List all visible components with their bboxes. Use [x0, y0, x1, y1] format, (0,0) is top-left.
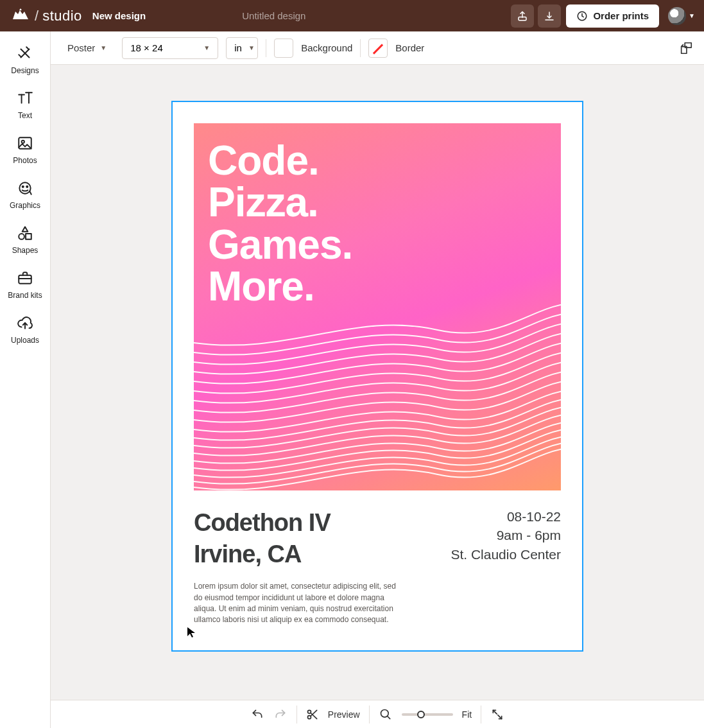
rotate-button[interactable] [677, 39, 695, 57]
rotate-icon [679, 41, 693, 55]
svg-rect-8 [26, 234, 31, 239]
cursor-icon [187, 627, 196, 638]
svg-point-3 [22, 141, 24, 143]
canvas-options-bar: Poster ▼ 18 × 24 ▼ in ▼ Background Borde… [51, 31, 704, 65]
svg-point-7 [19, 234, 24, 239]
briefcase-icon [16, 269, 34, 287]
border-label: Border [395, 42, 424, 53]
event-details[interactable]: 08-10-22 9am - 6pm St. Claudio Center [451, 507, 561, 564]
app-header: / studio New design Untitled design Orde… [0, 0, 704, 31]
graphics-icon [16, 179, 34, 197]
sidebar-item-text[interactable]: Text [0, 83, 50, 128]
wave-graphic [194, 304, 561, 490]
bottom-toolbar: Preview Fit [51, 700, 704, 728]
sidebar-item-uploads[interactable]: Uploads [0, 308, 50, 352]
download-button[interactable] [538, 4, 561, 28]
redo-button[interactable] [273, 707, 288, 722]
undo-icon [251, 708, 264, 721]
chevron-down-icon: ▼ [100, 44, 107, 51]
headline-line: Pizza. [208, 182, 352, 223]
chevron-down-icon: ▼ [248, 44, 255, 51]
account-caret-icon[interactable]: ▼ [689, 12, 695, 19]
share-button[interactable] [511, 4, 534, 28]
scissors-icon [306, 708, 319, 721]
sidebar-item-label: Shapes [12, 246, 39, 255]
share-icon [517, 10, 528, 22]
background-swatch[interactable] [274, 39, 293, 58]
headline-line: Code. [208, 140, 352, 182]
sidebar-item-designs[interactable]: Designs [0, 38, 50, 83]
download-icon [544, 10, 555, 22]
poster-info-row[interactable]: Codethon IV Irvine, CA 08-10-22 9am - 6p… [194, 490, 561, 576]
photos-icon [16, 134, 34, 152]
divider [369, 706, 370, 724]
shapes-icon [16, 224, 34, 242]
order-prints-label: Order prints [593, 10, 649, 21]
preview-group[interactable]: Preview [306, 708, 360, 721]
redo-icon [274, 708, 287, 721]
svg-point-4 [19, 182, 30, 193]
divider [266, 39, 266, 57]
cloud-upload-icon [16, 314, 34, 332]
sidebar-item-brandkits[interactable]: Brand kits [0, 263, 50, 308]
sidebar-item-graphics[interactable]: Graphics [0, 173, 50, 218]
headline-line: Games. [208, 224, 352, 266]
sidebar-item-label: Photos [13, 156, 37, 165]
sidebar-item-label: Uploads [11, 336, 39, 345]
design-type-select[interactable]: Poster ▼ [60, 37, 114, 59]
size-select[interactable]: 18 × 24 ▼ [122, 37, 218, 59]
logo-text: studio [42, 8, 82, 24]
divider [360, 39, 361, 57]
event-title: Codethon IV [194, 507, 451, 539]
fullscreen-button[interactable] [490, 707, 504, 722]
poster-headline[interactable]: Code. Pizza. Games. More. [208, 140, 352, 308]
sidebar-item-shapes[interactable]: Shapes [0, 218, 50, 263]
poster-canvas[interactable]: Code. Pizza. Games. More. [171, 101, 583, 652]
sidebar-item-label: Designs [11, 66, 39, 75]
designs-icon [16, 44, 34, 62]
new-design-button[interactable]: New design [92, 10, 146, 21]
horse-icon [12, 8, 30, 24]
logo[interactable]: / studio [12, 8, 82, 24]
canvas-area[interactable]: Code. Pizza. Games. More. [51, 65, 704, 700]
event-date: 08-10-22 [451, 507, 561, 526]
svg-point-5 [22, 186, 24, 187]
design-type-value: Poster [67, 42, 95, 53]
event-heading[interactable]: Codethon IV Irvine, CA [194, 507, 451, 569]
sidebar-item-label: Text [18, 111, 32, 120]
headline-line: More. [208, 266, 352, 308]
units-select[interactable]: in ▼ [226, 37, 258, 59]
event-time: 9am - 6pm [451, 526, 561, 544]
divider [481, 706, 481, 724]
avatar[interactable] [668, 7, 686, 25]
sidebar-item-label: Brand kits [8, 291, 42, 300]
document-title[interactable]: Untitled design [242, 10, 305, 21]
expand-icon [491, 708, 504, 721]
zoom-out-button[interactable] [379, 707, 393, 722]
poster-blurb[interactable]: Lorem ipsum dolor sit amet, consectetur … [194, 581, 406, 626]
units-value: in [234, 42, 242, 53]
svg-point-6 [26, 186, 28, 187]
poster-artwork[interactable]: Code. Pizza. Games. More. [194, 123, 561, 490]
background-label: Background [301, 42, 352, 53]
order-prints-button[interactable]: Order prints [566, 4, 659, 28]
clock-icon [576, 10, 588, 22]
svg-rect-9 [19, 275, 31, 284]
left-sidebar: Designs Text Photos Graphics Shapes [0, 31, 51, 728]
magnifier-icon [379, 708, 392, 721]
slash-separator: / [35, 8, 39, 24]
zoom-slider[interactable] [402, 713, 453, 716]
zoom-knob[interactable] [417, 711, 425, 718]
text-icon [16, 89, 34, 107]
chevron-down-icon: ▼ [203, 44, 210, 51]
divider [296, 706, 297, 724]
preview-label: Preview [328, 709, 360, 720]
fit-button[interactable]: Fit [462, 709, 472, 720]
undo-button[interactable] [250, 707, 264, 722]
event-venue: St. Claudio Center [451, 545, 561, 564]
event-location: Irvine, CA [194, 539, 451, 570]
sidebar-item-photos[interactable]: Photos [0, 128, 50, 173]
sidebar-item-label: Graphics [10, 201, 40, 210]
border-swatch[interactable] [368, 39, 388, 58]
size-value: 18 × 24 [130, 42, 162, 53]
